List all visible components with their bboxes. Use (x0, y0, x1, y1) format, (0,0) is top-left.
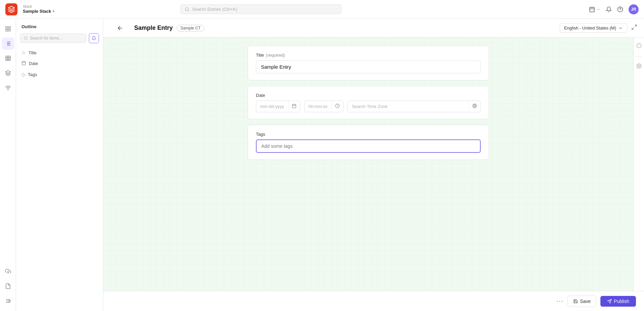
outline-item-tags[interactable]: ◇ Tags (16, 69, 103, 80)
publish-label: Publish (614, 299, 629, 304)
back-button[interactable] (110, 19, 130, 38)
title-input[interactable] (256, 60, 481, 73)
outline-bell-button[interactable] (89, 33, 99, 43)
title-section: Title (required) (248, 46, 489, 80)
svg-point-0 (185, 7, 189, 10)
svg-point-25 (24, 37, 27, 40)
timezone-placeholder: Search Time Zone (348, 101, 469, 112)
outline-search-area: Search for items... (20, 33, 99, 43)
svg-rect-9 (6, 29, 7, 31)
form-inner: Title (required) Date (248, 46, 489, 283)
global-search[interactable]: Search Entries (Ctrl+K) (180, 4, 341, 14)
entry-header: Sample Entry Sample CT English - United … (103, 19, 644, 38)
form-wrapper: Title (required) Date (103, 38, 633, 291)
entry-header-right: English - United States (M) (560, 23, 637, 33)
gear-icon[interactable] (636, 63, 642, 70)
more-options-button[interactable]: ··· (556, 298, 564, 305)
date-icon (21, 61, 26, 66)
svg-rect-17 (6, 56, 10, 61)
entry-ct-badge: Sample CT (177, 25, 204, 32)
stack-name[interactable]: Sample Stack ▾ (23, 9, 54, 14)
search-placeholder: Search Entries (Ctrl+K) (192, 7, 237, 12)
main-layout: Outline Search for items... ☆ Title (0, 19, 644, 311)
svg-rect-1 (590, 7, 594, 12)
svg-rect-26 (22, 61, 26, 65)
brand-area: Stack Sample Stack ▾ (23, 4, 54, 14)
publish-icon (607, 299, 612, 304)
svg-line-31 (635, 25, 637, 26)
title-required: (required) (266, 53, 285, 58)
date-row: mm-dd-yyyy hh:mm:ss (256, 101, 481, 112)
info-icon[interactable] (636, 43, 642, 50)
bottom-bar: ··· Save Publish (103, 291, 644, 311)
outline-search-icon (24, 36, 28, 40)
calendar-button[interactable] (589, 6, 600, 12)
calendar-chevron-icon (596, 7, 600, 11)
fullscreen-button[interactable] (631, 24, 637, 32)
nav-wifi-icon[interactable] (2, 82, 14, 94)
bell-icon (92, 36, 96, 41)
svg-rect-33 (292, 104, 296, 108)
svg-rect-10 (8, 29, 10, 31)
tags-section: Tags (248, 125, 489, 160)
right-panel (633, 38, 644, 291)
svg-rect-7 (6, 26, 7, 28)
timezone-wrapper: Search Time Zone (347, 101, 481, 112)
tags-input[interactable] (256, 139, 481, 153)
date-placeholder: mm-dd-yyyy (256, 101, 288, 112)
time-placeholder: hh:mm:ss (305, 101, 331, 112)
stack-chevron-icon: ▾ (53, 9, 54, 13)
right-panel-divider (636, 56, 642, 57)
notifications-button[interactable] (606, 6, 612, 12)
time-picker-wrapper: hh:mm:ss (304, 101, 343, 112)
locale-selector[interactable]: English - United States (M) (560, 23, 627, 33)
tag-icon: ◇ (21, 72, 25, 77)
nav-upload-icon[interactable] (2, 265, 14, 277)
topbar-actions: JR (589, 4, 639, 14)
locale-chevron-icon (618, 26, 623, 30)
save-label: Save (580, 299, 591, 304)
app-logo[interactable] (5, 3, 17, 15)
outline-date-label: Date (29, 61, 38, 66)
outline-item-date[interactable]: Date (16, 58, 103, 69)
content-area: Sample Entry Sample CT English - United … (103, 19, 644, 311)
entry-title: Sample Entry (134, 24, 173, 32)
outline-panel: Outline Search for items... ☆ Title (16, 19, 103, 311)
svg-point-19 (8, 89, 8, 90)
publish-button[interactable]: Publish (600, 296, 636, 307)
globe-icon[interactable] (469, 101, 480, 112)
calendar-picker-icon[interactable] (288, 101, 300, 112)
nav-dashboard-icon[interactable] (2, 23, 14, 35)
date-section: Date mm-dd-yyyy (248, 86, 489, 119)
outline-search-placeholder: Search for items... (30, 36, 62, 41)
topbar: Stack Sample Stack ▾ Search Entries (Ctr… (0, 0, 644, 19)
icon-sidebar (0, 19, 16, 311)
help-button[interactable] (617, 6, 623, 12)
star-icon: ☆ (21, 50, 26, 55)
user-avatar[interactable]: JR (629, 4, 639, 14)
nav-document-icon[interactable] (2, 280, 14, 292)
svg-point-43 (638, 65, 640, 67)
locale-value: English - United States (M) (564, 25, 616, 30)
tags-field-label: Tags (256, 132, 481, 137)
nav-layers-icon[interactable] (2, 67, 14, 79)
date-picker-wrapper: mm-dd-yyyy (256, 101, 300, 112)
calendar-icon (589, 6, 595, 12)
clock-icon[interactable] (331, 101, 343, 112)
svg-point-24 (9, 300, 10, 302)
outline-title-label: Title (29, 50, 37, 55)
outline-item-title[interactable]: ☆ Title (16, 47, 103, 58)
svg-marker-18 (5, 71, 10, 73)
svg-line-32 (632, 28, 634, 29)
nav-settings-icon[interactable] (2, 295, 14, 307)
search-icon (185, 7, 190, 12)
title-field-label: Title (required) (256, 53, 481, 58)
date-field-label: Date (256, 93, 481, 98)
outline-title: Outline (16, 23, 103, 33)
save-icon (573, 299, 578, 304)
svg-rect-8 (8, 26, 10, 28)
nav-grid-icon[interactable] (2, 52, 14, 64)
save-button[interactable]: Save (568, 296, 596, 307)
nav-list-icon[interactable] (2, 38, 14, 50)
outline-search-input[interactable]: Search for items... (20, 34, 86, 43)
